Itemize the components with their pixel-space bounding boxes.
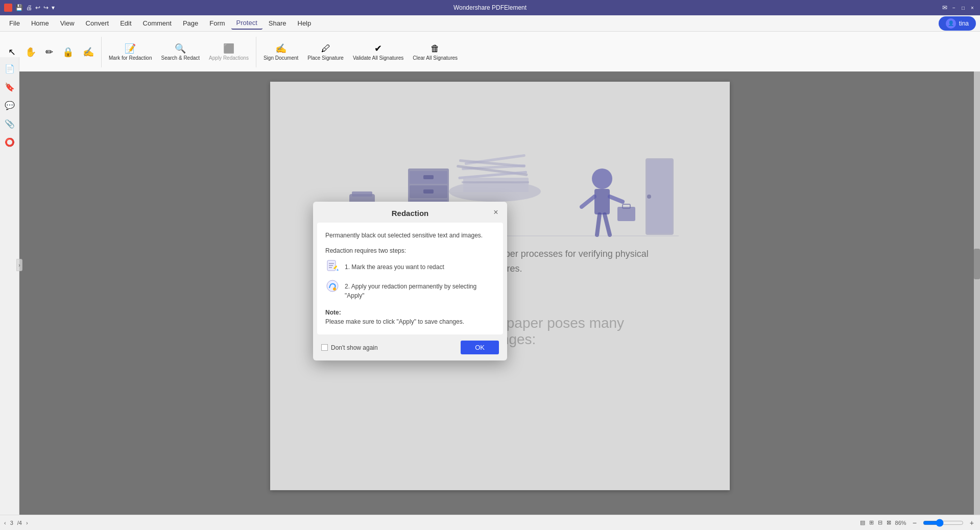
close-button[interactable]: ×: [969, 4, 976, 11]
sign-document-icon: ✍: [275, 43, 286, 54]
view-facing-icon[interactable]: ⊠: [887, 519, 891, 526]
modal-close-button[interactable]: ×: [491, 207, 501, 218]
sidebar-pages-icon[interactable]: 📄: [3, 61, 17, 76]
modal-overlay: Redaction × Permanently black out select…: [19, 71, 980, 515]
edit-tool[interactable]: ✏: [41, 44, 57, 60]
svg-point-41: [333, 287, 336, 291]
select-icon: ↖: [8, 46, 16, 58]
menu-protect[interactable]: Protect: [231, 17, 262, 30]
svg-point-40: [327, 280, 338, 292]
place-signature-label: Place Signature: [307, 55, 344, 61]
pencil-icon: ✏: [45, 46, 53, 58]
step1-icon: [325, 259, 340, 274]
modal-note-label: Note:: [325, 309, 341, 316]
svg-marker-39: [337, 269, 339, 271]
view-scroll-icon[interactable]: ⊟: [878, 519, 882, 526]
lock-icon: 🔒: [62, 46, 74, 58]
page-next-button[interactable]: ›: [26, 520, 28, 526]
sidebar-signatures-icon[interactable]: ⭕: [3, 135, 17, 149]
clear-all-signatures-button[interactable]: 🗑 Clear All Signatures: [409, 41, 462, 63]
user-button-area: 👤 tina: [939, 16, 976, 31]
app-icon: [4, 4, 12, 12]
status-bar: ‹ 3 /4 › ▤ ⊞ ⊟ ⊠ 86% − +: [0, 515, 980, 530]
search-redact-icon: 🔍: [175, 43, 186, 54]
redaction-modal: Redaction × Permanently black out select…: [313, 202, 507, 360]
mark-for-redaction-label: Mark for Redaction: [109, 55, 152, 61]
zoom-in-button[interactable]: +: [968, 519, 976, 527]
modal-step2-text: 2. Apply your redaction permanently by s…: [345, 279, 495, 300]
menu-bar: File Home View Convert Edit Comment Page…: [0, 15, 980, 32]
main-content: 55% of businesses still rely on paper pr…: [19, 71, 980, 515]
sidebar-comments-icon[interactable]: 💬: [3, 98, 17, 112]
page-number: 3: [10, 520, 13, 526]
validate-all-signatures-button[interactable]: ✔ Validate All Signatures: [349, 41, 408, 63]
page-prev-button[interactable]: ‹: [4, 520, 6, 526]
modal-step-1: 1. Mark the areas you want to redact: [325, 259, 495, 274]
email-icon[interactable]: ✉: [941, 4, 948, 11]
dont-show-again-area: Don't show again: [321, 344, 378, 351]
title-bar: 💾 🖨 ↩ ↪ ▾ Wondershare PDFElement ✉ − □ ×: [0, 0, 980, 15]
toolbar: ↖ ✋ ✏ 🔒 ✍ 📝 Mark for Redaction 🔍 Search …: [0, 32, 980, 73]
menu-help[interactable]: Help: [293, 17, 317, 29]
sign-document-label: Sign Document: [264, 55, 298, 61]
modal-description: Permanently black out selected sensitive…: [325, 231, 495, 240]
redo-icon[interactable]: ↪: [43, 4, 49, 11]
sidebar-attachments-icon[interactable]: 📎: [3, 116, 17, 131]
search-redact-button[interactable]: 🔍 Search & Redact: [157, 41, 204, 63]
ok-button[interactable]: OK: [461, 341, 499, 354]
hand-icon: ✋: [25, 46, 36, 58]
app-title: Wondershare PDFElement: [453, 4, 527, 11]
user-account-button[interactable]: 👤 tina: [939, 16, 976, 31]
sidebar-bookmarks-icon[interactable]: 🔖: [3, 80, 17, 94]
modal-note-section: Note: Please make sure to click "Apply" …: [325, 307, 495, 326]
modal-steps-label: Redaction requires two steps:: [325, 247, 495, 254]
sign-document-button[interactable]: ✍ Sign Document: [259, 41, 302, 63]
menu-file[interactable]: File: [4, 17, 25, 29]
dont-show-again-checkbox[interactable]: [321, 344, 328, 351]
menu-comment[interactable]: Comment: [138, 17, 177, 29]
quick-print-icon[interactable]: 🖨: [26, 4, 32, 11]
mark-for-redaction-button[interactable]: 📝 Mark for Redaction: [105, 41, 156, 63]
lock-tool[interactable]: 🔒: [58, 44, 78, 60]
zoom-level: 86%: [895, 520, 906, 526]
page-total: /4: [17, 520, 22, 526]
sign-icon: ✍: [83, 46, 94, 58]
menu-convert[interactable]: Convert: [81, 17, 114, 29]
separator-2: [256, 37, 256, 67]
step2-icon: [325, 279, 340, 293]
apply-redactions-label: Apply Redactions: [209, 55, 249, 61]
modal-header: Redaction ×: [313, 202, 507, 223]
menu-share[interactable]: Share: [264, 17, 292, 29]
status-bar-right: ▤ ⊞ ⊟ ⊠ 86% − +: [860, 519, 976, 527]
hand-tool[interactable]: ✋: [21, 44, 40, 60]
user-name: tina: [959, 20, 969, 27]
separator-1: [101, 37, 102, 67]
clear-signatures-icon: 🗑: [431, 43, 440, 54]
dont-show-again-label: Don't show again: [331, 344, 378, 351]
modal-footer: Don't show again OK: [313, 334, 507, 360]
clear-all-signatures-label: Clear All Signatures: [413, 55, 458, 61]
quick-save-icon[interactable]: 💾: [15, 4, 23, 11]
modal-body: Permanently black out selected sensitive…: [317, 223, 503, 334]
view-single-icon[interactable]: ▤: [860, 519, 865, 526]
sign-tool[interactable]: ✍: [79, 44, 98, 60]
zoom-out-button[interactable]: −: [911, 519, 919, 527]
menu-edit[interactable]: Edit: [115, 17, 136, 29]
title-bar-left: 💾 🖨 ↩ ↪ ▾: [4, 4, 55, 12]
dropdown-icon[interactable]: ▾: [52, 4, 55, 11]
minimize-button[interactable]: −: [950, 4, 958, 11]
view-grid-icon[interactable]: ⊞: [869, 519, 874, 526]
modal-note-text: Please make sure to click "Apply" to sav…: [325, 318, 464, 325]
modal-step1-text: 1. Mark the areas you want to redact: [345, 259, 444, 272]
menu-home[interactable]: Home: [26, 17, 54, 29]
menu-page[interactable]: Page: [178, 17, 203, 29]
maximize-button[interactable]: □: [960, 4, 967, 11]
menu-form[interactable]: Form: [204, 17, 230, 29]
apply-redactions-button[interactable]: ⬛ Apply Redactions: [205, 41, 253, 63]
menu-view[interactable]: View: [55, 17, 80, 29]
zoom-slider[interactable]: [923, 519, 964, 527]
modal-step-2: 2. Apply your redaction permanently by s…: [325, 279, 495, 300]
place-signature-icon: 🖊: [321, 43, 330, 54]
undo-icon[interactable]: ↩: [35, 4, 40, 11]
place-signature-button[interactable]: 🖊 Place Signature: [303, 41, 348, 63]
